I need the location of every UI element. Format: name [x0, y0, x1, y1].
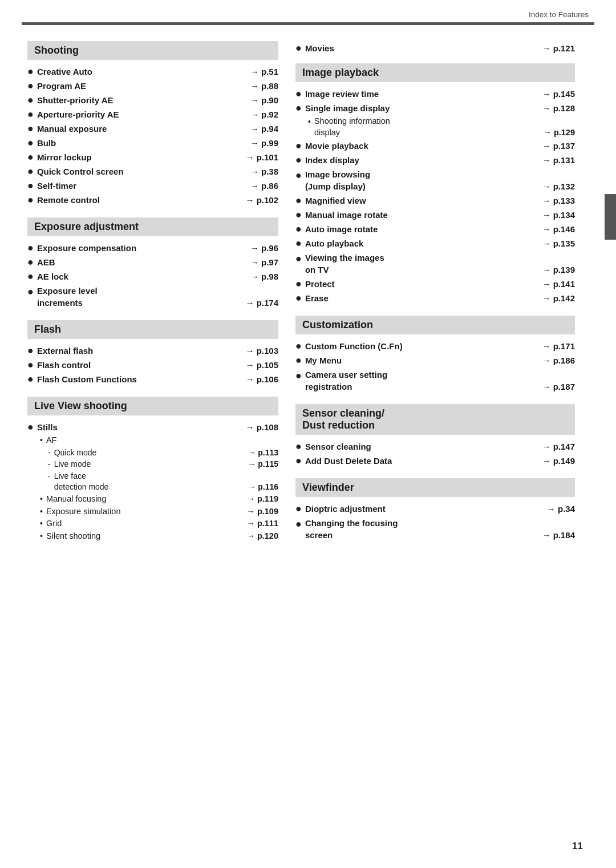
- item-page: → p.97: [250, 257, 278, 267]
- item-label: Live mode: [54, 459, 245, 470]
- bullet-icon: ●: [295, 354, 302, 366]
- list-item: ● Single image display → p.128: [295, 101, 575, 115]
- item-label: Silent shooting: [46, 531, 243, 542]
- list-item: ● Auto playback → p.135: [295, 236, 575, 251]
- section-title-shooting: Shooting: [27, 41, 278, 60]
- bullet-icon: •: [40, 494, 43, 503]
- item-page: → p.90: [250, 95, 278, 105]
- bullet-icon: ●: [27, 80, 34, 92]
- item-page: → p.139: [542, 265, 575, 276]
- item-page: → p.174: [245, 298, 278, 309]
- item-label: Index display: [305, 154, 539, 166]
- item-label: Manual exposure: [37, 123, 247, 135]
- item-page: → p.92: [250, 110, 278, 119]
- item-page: → p.34: [547, 504, 575, 514]
- item-page: → p.105: [245, 360, 278, 370]
- item-page: → p.113: [248, 448, 278, 457]
- item-page: → p.88: [250, 81, 278, 91]
- item-label: Remote control: [37, 194, 242, 206]
- item-label: Quick Control screen: [37, 165, 247, 177]
- item-label: Add Dust Delete Data: [305, 455, 539, 467]
- bullet-icon: ●: [295, 195, 302, 207]
- list-item: - Quick mode → p.113: [27, 447, 278, 459]
- bullet-icon: -: [48, 472, 51, 481]
- item-page: → p.147: [542, 442, 575, 451]
- item-label: Exposure simulation: [46, 506, 243, 518]
- list-item: ● Auto image rotate → p.146: [295, 222, 575, 236]
- item-page: → p.38: [250, 167, 278, 176]
- bullet-icon: ●: [27, 373, 34, 385]
- bullet-icon: ●: [295, 503, 302, 515]
- list-item: ● Image browsing(Jump display) → p.132: [295, 167, 575, 193]
- bullet-icon: ●: [27, 345, 34, 357]
- list-item: ● Quick Control screen → p.38: [27, 164, 278, 179]
- item-label: Custom Function (C.Fn): [305, 340, 539, 352]
- item-label: Camera user settingregistration: [305, 369, 539, 393]
- item-label: Bulb: [37, 137, 247, 149]
- bullet-icon: ●: [27, 66, 34, 78]
- item-page: → p.133: [542, 196, 575, 205]
- list-item: ● Flash control → p.105: [27, 358, 278, 372]
- section-title-exposure: Exposure adjustment: [27, 217, 278, 236]
- item-page: → p.51: [250, 67, 278, 76]
- list-item: ● AEB → p.97: [27, 255, 278, 269]
- list-item: ● Remote control → p.102: [27, 193, 278, 207]
- item-label: Protect: [305, 278, 539, 290]
- item-label: Shutter-priority AE: [37, 94, 247, 106]
- bullet-icon: ●: [27, 108, 34, 120]
- bullet-icon: ●: [295, 278, 302, 290]
- bullet-icon: ●: [295, 42, 302, 54]
- section-exposure: Exposure adjustment ● Exposure compensat…: [27, 217, 278, 310]
- list-item: ● My Menu → p.186: [295, 353, 575, 368]
- list-item: ● Manual image rotate → p.134: [295, 208, 575, 222]
- bullet-icon: ●: [295, 88, 302, 100]
- item-label: Movies: [305, 42, 539, 54]
- section-title-flash: Flash: [27, 320, 278, 339]
- side-tab: [605, 194, 616, 240]
- item-label: Magnified view: [305, 195, 539, 207]
- item-page: → p.186: [542, 356, 575, 365]
- list-item: • Grid → p.111: [27, 518, 278, 530]
- list-item: ● External flash → p.103: [27, 344, 278, 358]
- list-item: ● Dioptric adjustment → p.34: [295, 502, 575, 516]
- list-item: ● Aperture-priority AE → p.92: [27, 107, 278, 122]
- list-item: ● Sensor cleaning → p.147: [295, 439, 575, 454]
- list-item: ● Movies → p.121: [295, 41, 575, 55]
- page-number: 11: [572, 841, 583, 852]
- section-title-liveview: Live View shooting: [27, 397, 278, 415]
- item-page: → p.149: [542, 456, 575, 466]
- item-page: → p.129: [543, 128, 575, 138]
- list-item: - Live mode → p.115: [27, 458, 278, 470]
- bullet-icon: •: [308, 117, 311, 126]
- left-column: Shooting ● Creative Auto → p.51 ● Progra…: [27, 39, 290, 552]
- item-page: → p.187: [542, 382, 575, 393]
- section-flash: Flash ● External flash → p.103 ● Flash c…: [27, 320, 278, 386]
- bullet-icon: ●: [27, 421, 34, 433]
- list-item: • Exposure simulation → p.109: [27, 506, 278, 518]
- item-page: → p.115: [248, 459, 278, 469]
- bullet-icon: ●: [295, 140, 302, 152]
- item-label: Image review time: [305, 88, 539, 100]
- bullet-icon: ●: [295, 518, 302, 530]
- item-label: Live facedetection mode: [54, 471, 245, 492]
- list-item: ● Flash Custom Functions → p.106: [27, 372, 278, 386]
- item-label: Program AE: [37, 80, 247, 92]
- item-page: → p.108: [245, 422, 278, 432]
- bullet-icon: ●: [27, 242, 34, 254]
- item-label: Stills: [37, 421, 242, 433]
- item-page: → p.137: [542, 141, 575, 151]
- item-label: Manual image rotate: [305, 209, 539, 221]
- page-header: Index to Features: [0, 0, 616, 22]
- list-item: ● Movie playback → p.137: [295, 139, 575, 153]
- list-item: ● Stills → p.108: [27, 420, 278, 434]
- list-item: ● Mirror lockup → p.101: [27, 150, 278, 164]
- section-title-customization: Customization: [295, 316, 575, 334]
- item-label: Dioptric adjustment: [305, 503, 544, 515]
- section-title-sensor: Sensor cleaning/Dust reduction: [295, 404, 575, 435]
- bullet-icon: -: [48, 448, 51, 457]
- bullet-icon: ●: [295, 102, 302, 114]
- item-page: → p.145: [542, 89, 575, 99]
- bullet-icon: •: [40, 519, 43, 528]
- item-page: → p.141: [542, 279, 575, 289]
- list-item: - Live facedetection mode → p.116: [27, 470, 278, 493]
